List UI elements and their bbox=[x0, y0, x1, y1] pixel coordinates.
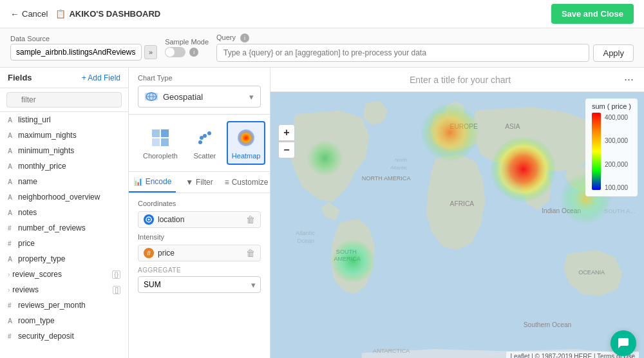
chart-area: Enter a title for your chart ··· bbox=[270, 68, 644, 358]
chart-type-select[interactable]: Geospatial ▾ bbox=[138, 86, 261, 108]
coordinates-field-remove[interactable]: 🗑 bbox=[246, 214, 255, 225]
legend-value-1: 400,000 bbox=[605, 114, 628, 121]
encode-tabs: 📊Encode▼Filter≡Customize bbox=[129, 172, 270, 193]
encode-tab-icon: 📊 bbox=[133, 177, 143, 186]
svg-text:Ocean: Ocean bbox=[297, 238, 314, 244]
svg-text:Southern Ocean: Southern Ocean bbox=[524, 321, 572, 328]
field-item[interactable]: A room_type bbox=[0, 313, 128, 328]
field-item[interactable]: › review_scores {} bbox=[0, 267, 128, 282]
field-item-name: notes bbox=[18, 208, 120, 217]
field-type-icon: # bbox=[8, 225, 14, 232]
field-item[interactable]: # price bbox=[0, 236, 128, 251]
fields-list: A listing_url A maximum_nights A minimum… bbox=[0, 112, 128, 358]
chart-subtype-heatmap[interactable]: Heatmap bbox=[227, 121, 266, 165]
svg-text:OCEANIA: OCEANIA bbox=[578, 269, 605, 276]
sample-mode-info-icon[interactable]: i bbox=[189, 48, 198, 57]
field-type-icon: # bbox=[8, 240, 14, 247]
intensity-field-icon: # bbox=[144, 248, 154, 258]
chart-type-selected-label: Geospatial bbox=[163, 92, 244, 102]
filter-tab-label: Filter bbox=[196, 178, 213, 187]
apply-button[interactable]: Apply bbox=[593, 44, 634, 62]
query-label: Query i bbox=[216, 33, 634, 42]
query-input[interactable] bbox=[216, 44, 589, 62]
back-arrow-icon: ← bbox=[10, 9, 19, 19]
aggregate-select-wrap: SUMAVGCOUNTMINMAX bbox=[138, 276, 261, 293]
map-controls: + − bbox=[278, 124, 295, 158]
field-item[interactable]: A minimum_nights bbox=[0, 143, 128, 158]
sample-mode-toggle[interactable] bbox=[165, 47, 185, 57]
field-type-icon: # bbox=[8, 333, 14, 340]
field-type-icon: A bbox=[8, 147, 14, 155]
field-item-name: minimum_nights bbox=[18, 146, 120, 155]
add-field-button[interactable]: + Add Field bbox=[82, 73, 120, 82]
datasource-arrow-button[interactable]: » bbox=[144, 45, 157, 59]
fields-title: Fields bbox=[8, 73, 32, 82]
zoom-in-button[interactable]: + bbox=[278, 124, 295, 141]
field-item[interactable]: # security_deposit bbox=[0, 328, 128, 344]
field-item[interactable]: # reviews_per_month bbox=[0, 297, 128, 313]
chart-header: Enter a title for your chart ··· bbox=[270, 68, 644, 92]
svg-point-8 bbox=[198, 140, 202, 144]
field-item[interactable]: › reviews [] bbox=[0, 282, 128, 297]
query-input-wrap: Apply bbox=[216, 44, 634, 62]
svg-text:North: North bbox=[395, 157, 408, 163]
svg-text:Atlantic: Atlantic bbox=[390, 165, 407, 171]
chart-subtype-choropleth[interactable]: Choropleth bbox=[138, 121, 183, 165]
field-item[interactable]: # number_of_reviews bbox=[0, 220, 128, 236]
field-item-name: price bbox=[18, 239, 120, 248]
chart-type-label: Chart Type bbox=[138, 74, 261, 82]
field-type-icon: A bbox=[8, 317, 14, 325]
cancel-button[interactable]: ← Cancel bbox=[10, 9, 48, 19]
field-item[interactable]: A neighborhood_overview bbox=[0, 189, 128, 205]
intensity-field-remove[interactable]: 🗑 bbox=[246, 248, 255, 258]
legend-value-2: 300,000 bbox=[605, 137, 628, 144]
svg-point-38 bbox=[307, 140, 343, 176]
chart-subtype-scatter[interactable]: Scatter bbox=[188, 121, 222, 165]
datasource-row: Data Source sample_airbnb.listingsAndRev… bbox=[0, 28, 644, 68]
chat-bubble-button[interactable] bbox=[611, 330, 636, 356]
choropleth-label: Choropleth bbox=[143, 152, 178, 160]
aggregate-label: AGGREGATE bbox=[138, 267, 261, 274]
svg-text:Atlantic: Atlantic bbox=[296, 230, 315, 236]
field-item-name: listing_url bbox=[18, 115, 120, 124]
svg-point-14 bbox=[148, 219, 150, 221]
field-item-badge: [] bbox=[113, 286, 120, 294]
field-item-name: monthly_price bbox=[18, 162, 120, 171]
chart-type-section: Chart Type Geospatial ▾ bbox=[129, 68, 270, 115]
chart-more-button[interactable]: ··· bbox=[624, 73, 634, 86]
field-item-name: room_type bbox=[18, 316, 120, 325]
filter-tab-icon: ▼ bbox=[185, 178, 193, 187]
field-item-name: security_deposit bbox=[18, 332, 120, 341]
coordinates-field-tag: location 🗑 bbox=[138, 211, 261, 228]
svg-rect-7 bbox=[161, 138, 169, 146]
svg-point-37 bbox=[331, 239, 375, 283]
svg-rect-5 bbox=[161, 129, 169, 137]
field-item[interactable]: A listing_url bbox=[0, 112, 128, 127]
heatmap-icon bbox=[234, 126, 258, 149]
svg-point-12 bbox=[238, 129, 254, 146]
query-info-icon[interactable]: i bbox=[240, 33, 249, 42]
field-item[interactable]: A maximum_nights bbox=[0, 127, 128, 143]
field-item[interactable]: A name bbox=[0, 174, 128, 189]
save-close-button[interactable]: Save and Close bbox=[551, 4, 634, 24]
legend-title: sum ( price ) bbox=[592, 102, 631, 110]
tab-filter[interactable]: ▼Filter bbox=[176, 172, 223, 193]
fields-filter-input[interactable] bbox=[6, 92, 122, 108]
field-item[interactable]: A notes bbox=[0, 205, 128, 220]
top-bar: ← Cancel 📋 AKIKO'S DASHBOARD Save and Cl… bbox=[0, 0, 644, 28]
zoom-out-button[interactable]: − bbox=[278, 142, 295, 158]
field-item-name: property_type bbox=[18, 254, 120, 263]
datasource-select[interactable]: sample_airbnb.listingsAndReviews bbox=[10, 44, 142, 61]
field-type-icon: A bbox=[8, 132, 14, 139]
field-type-icon: A bbox=[8, 209, 14, 216]
tab-encode[interactable]: 📊Encode bbox=[129, 172, 176, 193]
toggle-knob bbox=[166, 48, 175, 57]
sample-mode-label: Sample Mode bbox=[165, 38, 209, 46]
fields-search bbox=[0, 88, 128, 112]
datasource-group: Data Source sample_airbnb.listingsAndRev… bbox=[10, 35, 157, 61]
fields-panel: Fields + Add Field A listing_url A maxim… bbox=[0, 68, 129, 358]
field-item[interactable]: A property_type bbox=[0, 251, 128, 267]
field-item[interactable]: A monthly_price bbox=[0, 158, 128, 174]
tab-customize[interactable]: ≡Customize bbox=[223, 172, 270, 193]
aggregate-select[interactable]: SUMAVGCOUNTMINMAX bbox=[138, 276, 261, 293]
